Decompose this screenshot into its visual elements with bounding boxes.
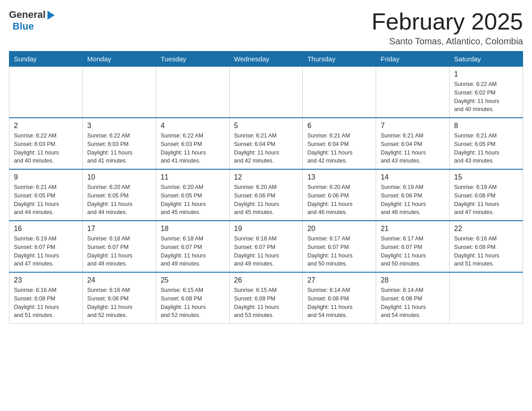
day-number: 15: [454, 173, 518, 181]
day-info: Sunrise: 6:15 AM Sunset: 6:08 PM Dayligh…: [161, 286, 225, 320]
day-number: 28: [381, 276, 445, 284]
day-number: 27: [307, 276, 371, 284]
calendar-cell: 10Sunrise: 6:20 AM Sunset: 6:05 PM Dayli…: [82, 169, 156, 221]
header-friday: Friday: [376, 51, 450, 67]
calendar-cell: 28Sunrise: 6:14 AM Sunset: 6:08 PM Dayli…: [376, 272, 450, 324]
calendar-cell: 15Sunrise: 6:19 AM Sunset: 6:06 PM Dayli…: [450, 169, 523, 221]
calendar-cell: 19Sunrise: 6:18 AM Sunset: 6:07 PM Dayli…: [229, 221, 303, 272]
day-info: Sunrise: 6:21 AM Sunset: 6:04 PM Dayligh…: [234, 132, 298, 165]
page-header: General Blue February 2025 Santo Tomas, …: [9, 9, 523, 47]
calendar-cell: 27Sunrise: 6:14 AM Sunset: 6:08 PM Dayli…: [303, 272, 376, 324]
day-info: Sunrise: 6:16 AM Sunset: 6:08 PM Dayligh…: [87, 286, 151, 320]
calendar-cell: 12Sunrise: 6:20 AM Sunset: 6:06 PM Dayli…: [229, 169, 303, 221]
logo-general-text: General: [9, 9, 46, 21]
day-info: Sunrise: 6:22 AM Sunset: 6:02 PM Dayligh…: [454, 80, 518, 114]
day-number: 14: [381, 173, 445, 181]
day-number: 2: [14, 122, 78, 130]
calendar-cell: 14Sunrise: 6:19 AM Sunset: 6:06 PM Dayli…: [376, 169, 450, 221]
day-info: Sunrise: 6:22 AM Sunset: 6:03 PM Dayligh…: [14, 132, 78, 165]
header-tuesday: Tuesday: [156, 51, 229, 67]
calendar-cell: [229, 67, 303, 118]
title-section: February 2025 Santo Tomas, Atlantico, Co…: [372, 9, 523, 47]
day-info: Sunrise: 6:21 AM Sunset: 6:04 PM Dayligh…: [381, 132, 445, 165]
logo-arrow-icon: [47, 10, 56, 20]
day-info: Sunrise: 6:14 AM Sunset: 6:08 PM Dayligh…: [381, 286, 445, 320]
calendar-cell: 24Sunrise: 6:16 AM Sunset: 6:08 PM Dayli…: [82, 272, 156, 324]
day-number: 19: [234, 225, 298, 233]
day-info: Sunrise: 6:18 AM Sunset: 6:07 PM Dayligh…: [234, 235, 298, 268]
calendar-cell: 25Sunrise: 6:15 AM Sunset: 6:08 PM Dayli…: [156, 272, 229, 324]
calendar-cell: 20Sunrise: 6:17 AM Sunset: 6:07 PM Dayli…: [303, 221, 376, 272]
calendar-cell: [303, 67, 376, 118]
header-saturday: Saturday: [450, 51, 523, 67]
calendar-cell: 2Sunrise: 6:22 AM Sunset: 6:03 PM Daylig…: [9, 118, 83, 169]
calendar-cell: 3Sunrise: 6:22 AM Sunset: 6:03 PM Daylig…: [82, 118, 156, 169]
day-number: 10: [87, 173, 151, 181]
day-number: 4: [161, 122, 225, 130]
calendar-cell: 21Sunrise: 6:17 AM Sunset: 6:07 PM Dayli…: [376, 221, 450, 272]
day-number: 20: [307, 225, 371, 233]
header-monday: Monday: [82, 51, 156, 67]
day-number: 26: [234, 276, 298, 284]
day-info: Sunrise: 6:20 AM Sunset: 6:06 PM Dayligh…: [234, 183, 298, 217]
calendar-cell: 9Sunrise: 6:21 AM Sunset: 6:05 PM Daylig…: [9, 169, 83, 221]
weekday-header-row: Sunday Monday Tuesday Wednesday Thursday…: [9, 51, 523, 67]
calendar-cell: 18Sunrise: 6:18 AM Sunset: 6:07 PM Dayli…: [156, 221, 229, 272]
day-number: 9: [14, 173, 78, 181]
location-text: Santo Tomas, Atlantico, Colombia: [372, 36, 523, 47]
calendar-cell: 11Sunrise: 6:20 AM Sunset: 6:05 PM Dayli…: [156, 169, 229, 221]
logo: General Blue: [9, 9, 56, 32]
day-number: 12: [234, 173, 298, 181]
calendar-cell: 13Sunrise: 6:20 AM Sunset: 6:06 PM Dayli…: [303, 169, 376, 221]
calendar-cell: [9, 67, 83, 118]
calendar-week-row: 2Sunrise: 6:22 AM Sunset: 6:03 PM Daylig…: [9, 118, 523, 169]
day-info: Sunrise: 6:21 AM Sunset: 6:05 PM Dayligh…: [14, 183, 78, 217]
calendar-cell: 1Sunrise: 6:22 AM Sunset: 6:02 PM Daylig…: [450, 67, 523, 118]
day-number: 16: [14, 225, 78, 233]
day-info: Sunrise: 6:19 AM Sunset: 6:06 PM Dayligh…: [454, 183, 518, 217]
day-info: Sunrise: 6:22 AM Sunset: 6:03 PM Dayligh…: [87, 132, 151, 165]
day-number: 17: [87, 225, 151, 233]
calendar-week-row: 1Sunrise: 6:22 AM Sunset: 6:02 PM Daylig…: [9, 67, 523, 118]
day-number: 21: [381, 225, 445, 233]
day-number: 22: [454, 225, 518, 233]
header-thursday: Thursday: [303, 51, 376, 67]
day-info: Sunrise: 6:15 AM Sunset: 6:08 PM Dayligh…: [234, 286, 298, 320]
calendar-cell: [376, 67, 450, 118]
calendar-cell: 16Sunrise: 6:19 AM Sunset: 6:07 PM Dayli…: [9, 221, 83, 272]
day-info: Sunrise: 6:17 AM Sunset: 6:07 PM Dayligh…: [381, 235, 445, 268]
calendar-cell: 6Sunrise: 6:21 AM Sunset: 6:04 PM Daylig…: [303, 118, 376, 169]
day-number: 5: [234, 122, 298, 130]
calendar-cell: 8Sunrise: 6:21 AM Sunset: 6:05 PM Daylig…: [450, 118, 523, 169]
calendar-cell: [450, 272, 523, 324]
month-title: February 2025: [372, 9, 523, 34]
day-number: 24: [87, 276, 151, 284]
day-number: 8: [454, 122, 518, 130]
day-number: 7: [381, 122, 445, 130]
calendar-cell: 22Sunrise: 6:16 AM Sunset: 6:08 PM Dayli…: [450, 221, 523, 272]
day-info: Sunrise: 6:17 AM Sunset: 6:07 PM Dayligh…: [307, 235, 371, 268]
calendar-cell: 7Sunrise: 6:21 AM Sunset: 6:04 PM Daylig…: [376, 118, 450, 169]
calendar-cell: [156, 67, 229, 118]
day-info: Sunrise: 6:16 AM Sunset: 6:08 PM Dayligh…: [454, 235, 518, 268]
calendar-cell: [82, 67, 156, 118]
day-info: Sunrise: 6:20 AM Sunset: 6:06 PM Dayligh…: [307, 183, 371, 217]
day-info: Sunrise: 6:22 AM Sunset: 6:03 PM Dayligh…: [161, 132, 225, 165]
day-info: Sunrise: 6:21 AM Sunset: 6:04 PM Dayligh…: [307, 132, 371, 165]
day-number: 11: [161, 173, 225, 181]
calendar-week-row: 16Sunrise: 6:19 AM Sunset: 6:07 PM Dayli…: [9, 221, 523, 272]
day-info: Sunrise: 6:20 AM Sunset: 6:05 PM Dayligh…: [87, 183, 151, 217]
day-number: 1: [454, 70, 518, 78]
day-info: Sunrise: 6:18 AM Sunset: 6:07 PM Dayligh…: [161, 235, 225, 268]
day-info: Sunrise: 6:14 AM Sunset: 6:08 PM Dayligh…: [307, 286, 371, 320]
svg-marker-0: [47, 11, 55, 20]
day-info: Sunrise: 6:21 AM Sunset: 6:05 PM Dayligh…: [454, 132, 518, 165]
day-number: 18: [161, 225, 225, 233]
calendar-cell: 5Sunrise: 6:21 AM Sunset: 6:04 PM Daylig…: [229, 118, 303, 169]
calendar-week-row: 23Sunrise: 6:16 AM Sunset: 6:08 PM Dayli…: [9, 272, 523, 324]
day-info: Sunrise: 6:19 AM Sunset: 6:07 PM Dayligh…: [14, 235, 78, 268]
day-number: 6: [307, 122, 371, 130]
day-number: 25: [161, 276, 225, 284]
day-info: Sunrise: 6:20 AM Sunset: 6:05 PM Dayligh…: [161, 183, 225, 217]
calendar-table: Sunday Monday Tuesday Wednesday Thursday…: [9, 51, 523, 324]
